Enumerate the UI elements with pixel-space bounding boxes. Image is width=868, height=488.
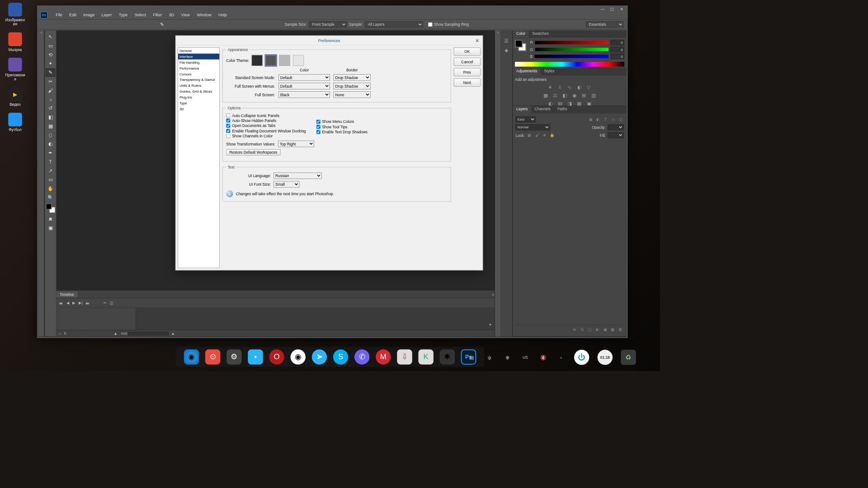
nav-file-handling[interactable]: File Handling: [178, 60, 219, 66]
chk-tooltips[interactable]: [316, 125, 320, 129]
adj-exposure-icon[interactable]: ◐: [576, 84, 582, 91]
show-ring-checkbox[interactable]: Show Sampling Ring: [428, 22, 469, 27]
link-layers-icon[interactable]: ⧉: [572, 328, 577, 333]
nav-guides[interactable]: Guides, Grid & Slices: [178, 89, 219, 94]
dock-opera-icon[interactable]: O: [269, 349, 284, 364]
filter-pixel-icon[interactable]: ▦: [588, 117, 593, 122]
brush-tool[interactable]: 🖌: [46, 86, 55, 94]
path-tool[interactable]: ↗: [46, 167, 55, 175]
nav-3d[interactable]: 3D: [178, 106, 219, 112]
menu-type[interactable]: Type: [115, 12, 131, 19]
cancel-button[interactable]: Cancel: [454, 58, 481, 66]
full-color-select[interactable]: Black: [278, 91, 330, 98]
adj-balance-icon[interactable]: ⚖: [552, 93, 558, 99]
minimize-button[interactable]: —: [599, 6, 607, 11]
filter-adj-icon[interactable]: ◐: [595, 117, 601, 122]
sample-size-select[interactable]: Point Sample: [309, 21, 347, 28]
menus-color-select[interactable]: Default: [278, 83, 330, 89]
tray-trash-icon[interactable]: ♻: [621, 350, 636, 365]
next-button[interactable]: Next: [454, 78, 481, 86]
adjustment-layer-icon[interactable]: ◐: [594, 328, 600, 333]
lasso-tool[interactable]: ⟲: [46, 51, 55, 59]
nav-interface[interactable]: Interface: [178, 54, 219, 60]
dock-mega-icon[interactable]: M: [376, 349, 391, 364]
timeline-transition-icon[interactable]: ◫: [110, 300, 113, 305]
quickmask-tool[interactable]: ◙: [46, 215, 55, 223]
tray-clock[interactable]: 01:18: [598, 350, 613, 365]
timeline-loop-icon[interactable]: ↻: [64, 331, 67, 336]
mask-icon[interactable]: ◯: [587, 328, 593, 333]
tray-usb-icon[interactable]: ψ: [485, 352, 494, 362]
properties-panel-icon[interactable]: ◈: [502, 47, 510, 55]
nav-plugins[interactable]: Plug-Ins: [178, 94, 219, 100]
nav-cursors[interactable]: Cursors: [178, 71, 219, 77]
marquee-tool[interactable]: ▭: [46, 42, 55, 50]
lock-pixel-icon[interactable]: 🖌: [534, 133, 540, 138]
chk-floating[interactable]: [226, 129, 230, 133]
desktop-icon-video[interactable]: ▶Видео: [5, 87, 26, 107]
pen-tool[interactable]: ✒: [46, 149, 55, 157]
chk-auto-collapse[interactable]: [226, 113, 230, 117]
theme-light2[interactable]: [293, 55, 304, 66]
nav-type[interactable]: Type: [178, 100, 219, 106]
desktop-icon-images[interactable]: Изображения: [5, 3, 26, 26]
menu-edit[interactable]: Edit: [66, 12, 80, 19]
slider-g[interactable]: [535, 48, 609, 52]
timeline-play-icon[interactable]: ▶: [72, 300, 75, 305]
adj-levels-icon[interactable]: ⫴: [557, 84, 563, 91]
restore-workspaces-button[interactable]: Restore Default Workspaces: [226, 149, 280, 155]
nav-transparency[interactable]: Transparency & Gamut: [178, 77, 219, 83]
timeline-zoom-out-icon[interactable]: ◦◦: [58, 331, 61, 335]
chk-auto-show[interactable]: [226, 118, 230, 122]
input-g[interactable]: [610, 47, 624, 52]
timeline-menu-icon[interactable]: ≡: [492, 292, 495, 296]
eraser-tool[interactable]: ◧: [46, 113, 55, 121]
menu-image[interactable]: Image: [80, 12, 98, 19]
eyedropper-tool-icon[interactable]: ✎: [158, 20, 166, 28]
menu-view[interactable]: View: [178, 12, 193, 19]
tab-color[interactable]: Color: [513, 30, 529, 38]
gradient-tool[interactable]: ▦: [46, 122, 55, 130]
wand-tool[interactable]: ✦: [46, 60, 55, 68]
color-fg-bg[interactable]: [515, 40, 526, 51]
tray-language[interactable]: US: [520, 352, 530, 362]
desktop-icon-football[interactable]: Футбол: [5, 113, 26, 132]
stamp-tool[interactable]: ⟐: [46, 95, 55, 103]
timeline-prev-icon[interactable]: ◀: [66, 300, 69, 305]
ok-button[interactable]: OK: [454, 47, 481, 56]
dock-slack-icon[interactable]: ✱: [440, 349, 455, 364]
filter-type-icon[interactable]: T: [603, 117, 609, 122]
sample-select[interactable]: All Layers: [365, 21, 423, 28]
menu-file[interactable]: File: [52, 12, 66, 19]
move-tool[interactable]: ↖: [46, 33, 55, 41]
chk-open-tabs[interactable]: [226, 124, 230, 128]
color-spectrum[interactable]: [515, 62, 624, 67]
tab-channels[interactable]: Channels: [531, 106, 554, 113]
zoom-tool[interactable]: 🔍: [46, 193, 55, 202]
adj-curves-icon[interactable]: ∿: [566, 84, 573, 91]
hand-tool[interactable]: ✋: [46, 184, 55, 192]
theme-dark1[interactable]: [252, 55, 263, 66]
menu-filter[interactable]: Filter: [150, 12, 165, 19]
type-tool[interactable]: T: [46, 158, 55, 166]
desktop-icon-music[interactable]: Мызука: [5, 32, 26, 52]
nav-general[interactable]: General: [178, 48, 219, 54]
fx-icon[interactable]: fx: [580, 328, 585, 333]
dock-files-icon[interactable]: ▪: [248, 349, 263, 364]
slider-b[interactable]: [535, 55, 609, 58]
dock-transmission-icon[interactable]: ⇩: [397, 349, 412, 364]
opacity-select[interactable]: [608, 124, 623, 130]
shape-tool[interactable]: ▭: [46, 176, 55, 184]
input-b[interactable]: [610, 54, 624, 59]
timeline-tracks[interactable]: +: [136, 308, 494, 330]
lock-pos-icon[interactable]: ✥: [542, 133, 547, 138]
timeline-cut-icon[interactable]: ✄: [104, 300, 107, 305]
timeline-add-icon[interactable]: +: [489, 322, 491, 327]
timeline-last-icon[interactable]: ⏭: [86, 301, 90, 305]
chk-menu-colors[interactable]: [316, 120, 320, 124]
filter-smart-icon[interactable]: ◫: [618, 117, 623, 122]
dock-launcher-icon[interactable]: ◉: [184, 349, 199, 364]
dock-chrome-icon[interactable]: ◉: [291, 349, 306, 364]
adj-lookup-icon[interactable]: ▥: [590, 93, 597, 99]
dock-skype-icon[interactable]: S: [333, 349, 348, 364]
